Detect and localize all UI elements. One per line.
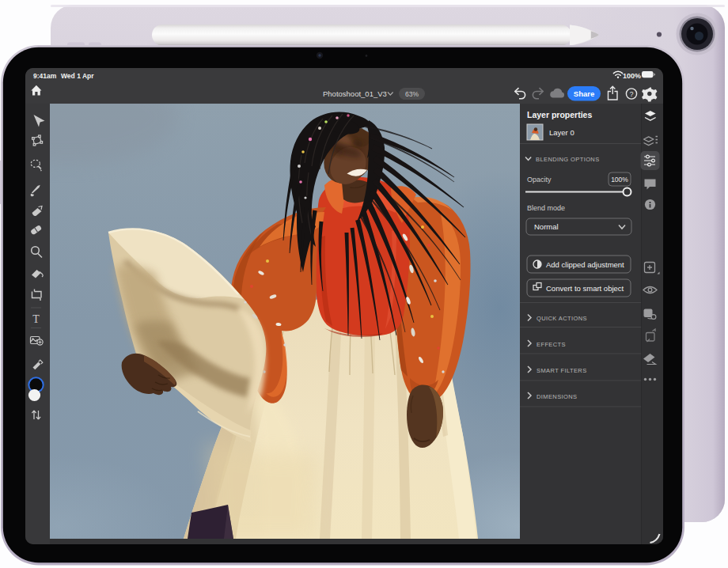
svg-text:100%: 100% bbox=[623, 72, 641, 80]
svg-text:Normal: Normal bbox=[534, 222, 559, 231]
svg-text:100%: 100% bbox=[611, 176, 628, 184]
svg-text:Layer 0: Layer 0 bbox=[549, 128, 574, 137]
svg-text:EFFECTS: EFFECTS bbox=[537, 341, 566, 348]
svg-text:QUICK ACTIONS: QUICK ACTIONS bbox=[537, 315, 587, 322]
svg-text:DIMENSIONS: DIMENSIONS bbox=[537, 393, 578, 400]
svg-text:Convert to smart object: Convert to smart object bbox=[546, 284, 624, 293]
svg-text:?: ? bbox=[630, 90, 634, 98]
svg-text:Blend mode: Blend mode bbox=[527, 204, 565, 212]
svg-text:Wed 1 Apr: Wed 1 Apr bbox=[61, 72, 94, 80]
svg-text:Layer properties: Layer properties bbox=[527, 110, 592, 119]
svg-text:63%: 63% bbox=[405, 90, 419, 98]
svg-text:BLENDING OPTIONS: BLENDING OPTIONS bbox=[536, 156, 600, 163]
svg-text:T: T bbox=[32, 313, 40, 325]
svg-text:Opacity: Opacity bbox=[527, 176, 552, 184]
svg-text:SMART FILTERS: SMART FILTERS bbox=[537, 367, 587, 374]
svg-text:9:41am: 9:41am bbox=[33, 72, 57, 80]
svg-text:Photoshoot_01_V3: Photoshoot_01_V3 bbox=[323, 89, 387, 98]
svg-text:Share: Share bbox=[574, 89, 594, 98]
svg-text:Add clipped adjustment: Add clipped adjustment bbox=[546, 260, 624, 269]
